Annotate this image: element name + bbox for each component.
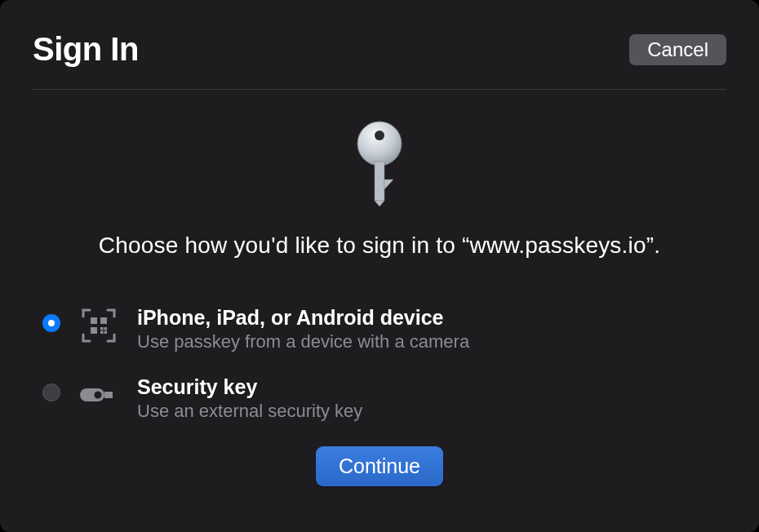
svg-rect-8 bbox=[100, 327, 104, 330]
svg-rect-5 bbox=[91, 317, 97, 324]
svg-rect-6 bbox=[100, 317, 107, 324]
option-device-title: iPhone, iPad, or Android device bbox=[137, 306, 726, 330]
svg-rect-14 bbox=[104, 392, 113, 398]
svg-marker-3 bbox=[384, 180, 393, 189]
option-device-desc: Use passkey from a device with a camera bbox=[137, 331, 726, 352]
svg-rect-9 bbox=[104, 331, 108, 335]
svg-rect-2 bbox=[375, 162, 384, 201]
svg-point-13 bbox=[95, 392, 102, 399]
key-icon bbox=[351, 121, 408, 210]
dialog-title: Sign In bbox=[33, 31, 139, 68]
option-security-key[interactable]: Security key Use an external security ke… bbox=[42, 375, 726, 422]
key-icon-container bbox=[33, 121, 726, 210]
svg-rect-10 bbox=[100, 331, 104, 335]
svg-rect-11 bbox=[104, 327, 108, 330]
svg-marker-4 bbox=[375, 201, 384, 206]
sign-in-dialog: Sign In Cancel Choose how you'd lik bbox=[0, 0, 759, 532]
radio-device[interactable] bbox=[42, 314, 60, 332]
continue-button[interactable]: Continue bbox=[316, 446, 443, 486]
svg-point-1 bbox=[375, 131, 384, 140]
svg-point-0 bbox=[357, 122, 402, 166]
cancel-button[interactable]: Cancel bbox=[629, 34, 726, 65]
option-device[interactable]: iPhone, iPad, or Android device Use pass… bbox=[42, 306, 726, 352]
option-security-key-title: Security key bbox=[137, 375, 726, 399]
svg-rect-7 bbox=[91, 327, 97, 334]
dialog-header: Sign In Cancel bbox=[33, 31, 726, 90]
radio-security-key[interactable] bbox=[42, 383, 60, 401]
option-security-key-text: Security key Use an external security ke… bbox=[137, 375, 726, 422]
prompt-text: Choose how you'd like to sign in to “www… bbox=[33, 233, 726, 259]
qr-scan-icon bbox=[78, 308, 119, 344]
security-key-icon bbox=[78, 377, 119, 413]
option-device-text: iPhone, iPad, or Android device Use pass… bbox=[137, 306, 726, 352]
options-list: iPhone, iPad, or Android device Use pass… bbox=[33, 306, 726, 422]
dialog-footer: Continue bbox=[33, 446, 726, 486]
option-security-key-desc: Use an external security key bbox=[137, 401, 726, 422]
